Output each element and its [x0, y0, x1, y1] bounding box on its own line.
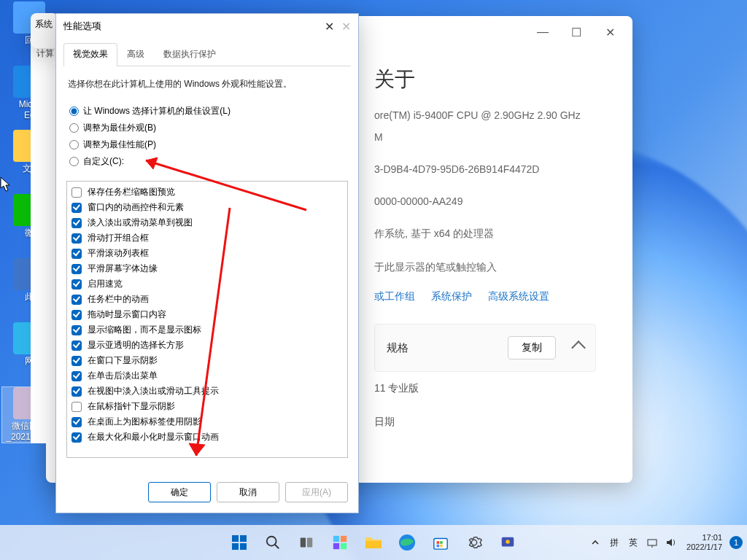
checkbox[interactable] [71, 264, 82, 274]
checkbox[interactable] [71, 233, 82, 244]
edge-icon[interactable] [392, 528, 422, 557]
svg-rect-22 [440, 545, 443, 548]
link-system-protection[interactable]: 系统保护 [431, 290, 472, 303]
radio-input[interactable] [69, 140, 79, 149]
perf-titlebar[interactable]: 性能选项 ✕ ✕ [56, 14, 358, 39]
apply-button[interactable]: 应用(A) [285, 482, 348, 502]
checkbox[interactable] [71, 371, 82, 381]
tray-chevron-icon[interactable] [587, 534, 603, 551]
spec-title: 规格 [387, 341, 409, 355]
tab-advanced[interactable]: 高级 [117, 43, 154, 66]
checkbox[interactable] [71, 325, 82, 335]
clock[interactable]: 17:01 2022/1/17 [682, 533, 727, 552]
radio-option-2[interactable]: 调整为最佳性能(P) [69, 139, 345, 151]
svg-rect-15 [341, 543, 347, 549]
svg-rect-25 [648, 540, 657, 545]
radio-input[interactable] [69, 123, 79, 133]
perf-description: 选择你想在此计算机上使用的 Windows 外观和性能设置。 [56, 66, 358, 93]
effect-label: 拖动时显示窗口内容 [88, 308, 166, 321]
app-icon[interactable] [493, 528, 522, 557]
checkbox[interactable] [71, 417, 82, 427]
perf-tabs: 视觉效果 高级 数据执行保护 [63, 43, 351, 66]
svg-rect-16 [365, 541, 382, 548]
radio-input[interactable] [69, 106, 79, 116]
svg-rect-18 [434, 539, 447, 550]
checkbox[interactable] [71, 341, 82, 351]
svg-rect-14 [333, 543, 339, 549]
cpu-value: ore(TM) i5-9400F CPU @ 2.90GHz 2.90 GHz [374, 109, 596, 121]
checkbox[interactable] [71, 402, 82, 412]
search-icon[interactable] [258, 528, 287, 557]
effect-label: 滑动打开组合框 [88, 232, 149, 244]
effect-label: 显示亚透明的选择长方形 [88, 339, 184, 351]
explorer-icon[interactable] [359, 528, 388, 557]
sysprop-title: 系统 [31, 13, 58, 35]
svg-rect-13 [341, 536, 347, 542]
radio-input[interactable] [69, 157, 79, 166]
copy-button[interactable]: 复制 [508, 336, 556, 359]
svg-rect-20 [440, 541, 443, 544]
store-icon[interactable] [426, 528, 455, 557]
start-button[interactable] [225, 528, 254, 557]
task-view-icon[interactable] [292, 528, 321, 557]
checkbox[interactable] [71, 187, 82, 198]
maximize-button[interactable]: ☐ [560, 20, 593, 44]
checkbox[interactable] [71, 249, 82, 259]
product-id-value: 0000-00000-AA249 [374, 185, 596, 217]
effect-label: 在桌面上为图标标签使用阴影 [88, 416, 201, 428]
taskbar[interactable]: 拼 英 17:01 2022/1/17 1 [0, 525, 747, 560]
related-links: 或工作组 系统保护 高级系统设置 [374, 284, 596, 318]
checkbox[interactable] [71, 218, 82, 228]
svg-rect-12 [333, 536, 339, 542]
svg-rect-10 [301, 538, 306, 548]
tab-dep[interactable]: 数据执行保护 [154, 43, 225, 66]
radio-option-0[interactable]: 让 Windows 选择计算机的最佳设置(L) [69, 105, 345, 117]
checkbox[interactable] [71, 279, 82, 289]
svg-rect-5 [240, 535, 247, 542]
page-title: 关于 [374, 66, 596, 93]
ime-mode[interactable]: 拼 [606, 534, 622, 551]
effect-label: 在鼠标指针下显示阴影 [88, 400, 175, 413]
svg-rect-21 [437, 545, 440, 548]
svg-line-0 [146, 160, 306, 210]
network-icon[interactable] [644, 534, 660, 551]
svg-line-2 [196, 208, 230, 456]
settings-icon[interactable] [460, 528, 489, 557]
cancel-button[interactable]: 取消 [217, 482, 279, 502]
checkbox[interactable] [71, 386, 82, 397]
checkbox[interactable] [71, 203, 82, 213]
checkbox[interactable] [71, 356, 82, 366]
link-workgroup[interactable]: 或工作组 [374, 290, 415, 303]
chevron-up-icon [571, 341, 586, 355]
windows-spec-card[interactable]: 规格 复制 [374, 324, 596, 372]
link-advanced-system[interactable]: 高级系统设置 [488, 290, 549, 303]
notification-badge[interactable]: 1 [729, 536, 743, 549]
widgets-icon[interactable] [325, 528, 355, 557]
effect-label: 淡入淡出或滑动菜单到视图 [88, 217, 193, 229]
volume-icon[interactable] [663, 534, 679, 551]
checkbox[interactable] [71, 310, 82, 320]
device-id-value: 3-D9B4-4D79-95D6-26B914F4472D [374, 153, 596, 185]
tab-visual-effects[interactable]: 视觉效果 [63, 43, 117, 66]
minimize-button[interactable]: — [526, 20, 560, 44]
ok-button[interactable]: 确定 [148, 482, 211, 502]
svg-line-9 [275, 545, 279, 549]
checkbox[interactable] [71, 295, 82, 305]
effect-label: 平滑屏幕字体边缘 [88, 262, 158, 275]
close-button[interactable]: ✕ [593, 20, 627, 44]
pen-value: 于此显示器的笔或触控输入 [374, 251, 596, 284]
svg-rect-19 [437, 541, 440, 544]
ime-lang[interactable]: 英 [625, 534, 641, 551]
effect-label: 在单击后淡出菜单 [88, 370, 158, 382]
svg-marker-3 [189, 443, 205, 456]
checkbox[interactable] [71, 432, 82, 443]
close-icon[interactable]: ✕ [325, 20, 334, 34]
radio-label: 让 Windows 选择计算机的最佳设置(L) [83, 105, 231, 117]
svg-rect-11 [307, 538, 312, 548]
taskbar-center [225, 528, 522, 557]
svg-rect-7 [240, 543, 247, 550]
svg-rect-6 [232, 543, 239, 550]
radio-option-1[interactable]: 调整为最佳外观(B) [69, 122, 345, 134]
perf-title: 性能选项 [63, 20, 101, 33]
cursor-arrow-icon [0, 176, 12, 192]
